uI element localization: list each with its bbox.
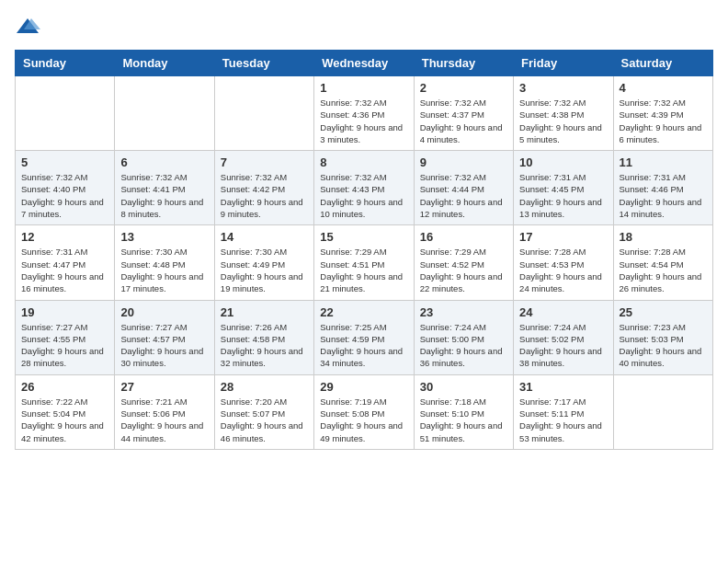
calendar-cell: 22Sunrise: 7:25 AM Sunset: 4:59 PM Dayli… (314, 300, 414, 374)
calendar-week-row: 26Sunrise: 7:22 AM Sunset: 5:04 PM Dayli… (16, 374, 713, 449)
day-info: Sunrise: 7:21 AM Sunset: 5:06 PM Dayligh… (120, 396, 208, 444)
day-header-thursday: Thursday (414, 51, 513, 76)
calendar-cell: 2Sunrise: 7:32 AM Sunset: 4:37 PM Daylig… (414, 76, 513, 151)
day-info: Sunrise: 7:32 AM Sunset: 4:40 PM Dayligh… (21, 171, 108, 220)
day-number: 11 (620, 155, 707, 169)
day-info: Sunrise: 7:29 AM Sunset: 4:52 PM Dayligh… (420, 246, 507, 294)
calendar-cell: 27Sunrise: 7:21 AM Sunset: 5:06 PM Dayli… (115, 374, 214, 449)
day-header-saturday: Saturday (613, 51, 712, 76)
day-number: 12 (21, 230, 108, 244)
page-header (15, 15, 713, 40)
calendar-cell: 8Sunrise: 7:32 AM Sunset: 4:43 PM Daylig… (314, 151, 414, 225)
day-number: 13 (120, 230, 208, 244)
day-number: 27 (120, 380, 208, 394)
calendar-cell: 14Sunrise: 7:30 AM Sunset: 4:49 PM Dayli… (214, 225, 313, 300)
day-number: 1 (320, 81, 407, 95)
day-info: Sunrise: 7:32 AM Sunset: 4:36 PM Dayligh… (320, 97, 407, 145)
calendar-cell: 4Sunrise: 7:32 AM Sunset: 4:39 PM Daylig… (613, 76, 712, 151)
day-number: 8 (320, 155, 407, 169)
calendar-cell: 28Sunrise: 7:20 AM Sunset: 5:07 PM Dayli… (214, 374, 313, 449)
calendar-cell: 26Sunrise: 7:22 AM Sunset: 5:04 PM Dayli… (16, 374, 115, 449)
day-info: Sunrise: 7:32 AM Sunset: 4:43 PM Dayligh… (320, 171, 407, 220)
day-number: 26 (21, 380, 108, 394)
day-info: Sunrise: 7:17 AM Sunset: 5:11 PM Dayligh… (519, 396, 607, 444)
day-number: 17 (519, 230, 607, 244)
day-number: 28 (221, 380, 308, 394)
calendar-cell: 31Sunrise: 7:17 AM Sunset: 5:11 PM Dayli… (514, 374, 613, 449)
day-info: Sunrise: 7:32 AM Sunset: 4:41 PM Dayligh… (120, 171, 208, 220)
calendar-week-row: 1Sunrise: 7:32 AM Sunset: 4:36 PM Daylig… (16, 76, 713, 151)
day-number: 15 (320, 230, 407, 244)
day-info: Sunrise: 7:32 AM Sunset: 4:39 PM Dayligh… (620, 97, 707, 145)
day-info: Sunrise: 7:19 AM Sunset: 5:08 PM Dayligh… (320, 396, 407, 444)
day-info: Sunrise: 7:28 AM Sunset: 4:53 PM Dayligh… (519, 246, 607, 294)
day-info: Sunrise: 7:27 AM Sunset: 4:57 PM Dayligh… (120, 321, 208, 370)
calendar-cell: 16Sunrise: 7:29 AM Sunset: 4:52 PM Dayli… (414, 225, 513, 300)
calendar-cell: 3Sunrise: 7:32 AM Sunset: 4:38 PM Daylig… (514, 76, 613, 151)
day-info: Sunrise: 7:24 AM Sunset: 5:00 PM Dayligh… (420, 321, 507, 370)
calendar-cell: 12Sunrise: 7:31 AM Sunset: 4:47 PM Dayli… (16, 225, 115, 300)
day-info: Sunrise: 7:20 AM Sunset: 5:07 PM Dayligh… (221, 396, 308, 444)
day-info: Sunrise: 7:31 AM Sunset: 4:45 PM Dayligh… (519, 171, 607, 220)
calendar-cell: 6Sunrise: 7:32 AM Sunset: 4:41 PM Daylig… (115, 151, 214, 225)
day-number: 10 (519, 155, 607, 169)
day-number: 16 (420, 230, 507, 244)
day-number: 25 (620, 305, 707, 319)
calendar-cell: 23Sunrise: 7:24 AM Sunset: 5:00 PM Dayli… (414, 300, 513, 374)
day-header-wednesday: Wednesday (314, 51, 414, 76)
calendar-cell (613, 374, 712, 449)
day-info: Sunrise: 7:28 AM Sunset: 4:54 PM Dayligh… (620, 246, 707, 294)
day-info: Sunrise: 7:30 AM Sunset: 4:48 PM Dayligh… (120, 246, 208, 294)
calendar-cell: 15Sunrise: 7:29 AM Sunset: 4:51 PM Dayli… (314, 225, 414, 300)
calendar-cell: 17Sunrise: 7:28 AM Sunset: 4:53 PM Dayli… (514, 225, 613, 300)
calendar-table: SundayMondayTuesdayWednesdayThursdayFrid… (15, 50, 713, 450)
day-number: 5 (21, 155, 108, 169)
calendar-cell: 20Sunrise: 7:27 AM Sunset: 4:57 PM Dayli… (115, 300, 214, 374)
day-number: 7 (221, 155, 308, 169)
calendar-cell: 10Sunrise: 7:31 AM Sunset: 4:45 PM Dayli… (514, 151, 613, 225)
calendar-cell: 25Sunrise: 7:23 AM Sunset: 5:03 PM Dayli… (613, 300, 712, 374)
day-header-tuesday: Tuesday (214, 51, 313, 76)
calendar-cell: 24Sunrise: 7:24 AM Sunset: 5:02 PM Dayli… (514, 300, 613, 374)
day-number: 9 (420, 155, 507, 169)
day-number: 30 (420, 380, 507, 394)
day-info: Sunrise: 7:32 AM Sunset: 4:44 PM Dayligh… (420, 171, 507, 220)
calendar-week-row: 12Sunrise: 7:31 AM Sunset: 4:47 PM Dayli… (16, 225, 713, 300)
day-number: 24 (519, 305, 607, 319)
day-number: 14 (221, 230, 308, 244)
day-number: 31 (519, 380, 607, 394)
day-number: 18 (620, 230, 707, 244)
day-info: Sunrise: 7:32 AM Sunset: 4:38 PM Dayligh… (519, 97, 607, 145)
calendar-cell (16, 76, 115, 151)
day-info: Sunrise: 7:32 AM Sunset: 4:37 PM Dayligh… (420, 97, 507, 145)
day-info: Sunrise: 7:29 AM Sunset: 4:51 PM Dayligh… (320, 246, 407, 294)
day-number: 19 (21, 305, 108, 319)
calendar-cell: 11Sunrise: 7:31 AM Sunset: 4:46 PM Dayli… (613, 151, 712, 225)
day-info: Sunrise: 7:23 AM Sunset: 5:03 PM Dayligh… (620, 321, 707, 370)
day-info: Sunrise: 7:24 AM Sunset: 5:02 PM Dayligh… (519, 321, 607, 370)
day-number: 2 (420, 81, 507, 95)
calendar-week-row: 19Sunrise: 7:27 AM Sunset: 4:55 PM Dayli… (16, 300, 713, 374)
calendar-cell: 7Sunrise: 7:32 AM Sunset: 4:42 PM Daylig… (214, 151, 313, 225)
calendar-header-row: SundayMondayTuesdayWednesdayThursdayFrid… (16, 51, 713, 76)
day-info: Sunrise: 7:18 AM Sunset: 5:10 PM Dayligh… (420, 396, 507, 444)
calendar-week-row: 5Sunrise: 7:32 AM Sunset: 4:40 PM Daylig… (16, 151, 713, 225)
calendar-cell: 30Sunrise: 7:18 AM Sunset: 5:10 PM Dayli… (414, 374, 513, 449)
calendar-cell (115, 76, 214, 151)
day-header-sunday: Sunday (16, 51, 115, 76)
logo (15, 15, 44, 40)
day-number: 21 (221, 305, 308, 319)
day-info: Sunrise: 7:31 AM Sunset: 4:47 PM Dayligh… (21, 246, 108, 294)
day-info: Sunrise: 7:32 AM Sunset: 4:42 PM Dayligh… (221, 171, 308, 220)
calendar-cell: 5Sunrise: 7:32 AM Sunset: 4:40 PM Daylig… (16, 151, 115, 225)
calendar-cell: 1Sunrise: 7:32 AM Sunset: 4:36 PM Daylig… (314, 76, 414, 151)
calendar-cell: 9Sunrise: 7:32 AM Sunset: 4:44 PM Daylig… (414, 151, 513, 225)
day-header-monday: Monday (115, 51, 214, 76)
day-info: Sunrise: 7:22 AM Sunset: 5:04 PM Dayligh… (21, 396, 108, 444)
day-number: 4 (620, 81, 707, 95)
day-number: 23 (420, 305, 507, 319)
calendar-cell: 19Sunrise: 7:27 AM Sunset: 4:55 PM Dayli… (16, 300, 115, 374)
day-info: Sunrise: 7:27 AM Sunset: 4:55 PM Dayligh… (21, 321, 108, 370)
day-header-friday: Friday (514, 51, 613, 76)
day-info: Sunrise: 7:30 AM Sunset: 4:49 PM Dayligh… (221, 246, 308, 294)
